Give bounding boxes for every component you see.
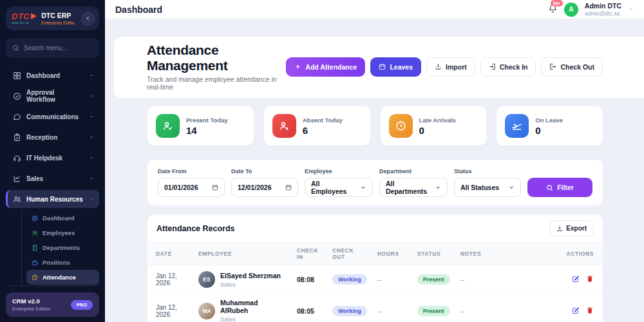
avatar[interactable]: A [564, 3, 578, 17]
sidebar-item-dashboard[interactable]: Dashboard [6, 66, 99, 84]
app-root: DTC www.dtc.sa DTC ERP Enterprise Editio… [0, 0, 644, 322]
date-from-label: Date From [158, 168, 225, 175]
import-label: Import [446, 63, 467, 71]
edit-button[interactable] [572, 275, 580, 283]
export-icon [556, 225, 563, 232]
sidebar-item-label: Communications [26, 113, 79, 120]
user-name: Admin DTC [585, 2, 621, 10]
sidebar-item-label: Reception [26, 134, 57, 141]
check-in-button[interactable]: Check In [480, 57, 536, 77]
grid-icon [13, 71, 21, 80]
stat-value: 0 [419, 125, 456, 136]
trash-icon [586, 275, 594, 283]
chat-icon [13, 113, 21, 121]
export-label: Export [566, 225, 587, 232]
sidebar-item-reception[interactable]: Reception [6, 128, 99, 146]
edit-button[interactable] [572, 307, 580, 314]
plane-icon [511, 120, 522, 131]
submenu-item-label: Positions [43, 259, 70, 266]
import-icon [435, 63, 442, 70]
status-select[interactable]: All Statuses [454, 178, 521, 197]
export-button[interactable]: Export [549, 220, 594, 236]
check-out-icon [549, 63, 556, 70]
stat-card-absent: Absent Today 6 [263, 106, 371, 146]
logo-card: DTC www.dtc.sa DTC ERP Enterprise Editio… [6, 6, 99, 30]
col-date: Date [147, 243, 193, 265]
calendar-icon [212, 184, 218, 191]
compass-icon [32, 215, 38, 222]
stat-value: 6 [303, 125, 343, 136]
department-select[interactable]: All Departments [379, 178, 448, 197]
user-email: admin@dtc.sa [585, 10, 621, 17]
check-in-icon [489, 63, 496, 70]
chart-line-icon [13, 175, 21, 183]
sidebar-item-approval-workflow[interactable]: Approval Workflow [6, 87, 99, 105]
submenu-item-departments[interactable]: Departments [26, 240, 99, 255]
person-check-icon [162, 120, 173, 131]
sidebar-item-label: Human Resources [26, 196, 83, 203]
sidebar-item-human-resources[interactable]: Human Resources [6, 190, 99, 208]
chevron-up-icon [89, 196, 94, 202]
edit-icon [572, 275, 580, 283]
cell-hours: – [372, 294, 412, 322]
sidebar-collapse-button[interactable] [81, 12, 95, 25]
sidebar-item-sales[interactable]: Sales [6, 169, 99, 187]
filter-label: Filter [557, 184, 574, 191]
main-area: Dashboard 99+ A Admin DTC admin@dtc.sa A… [105, 0, 644, 322]
chevron-left-icon [85, 15, 91, 22]
submenu-item-positions[interactable]: Positions [26, 255, 99, 270]
avatar: MA [198, 303, 215, 319]
submenu-item-attendance[interactable]: Attendance [26, 270, 99, 285]
table-row: Jan 12, 2026 ES ElSayed Sherzman Sales 0… [147, 265, 603, 294]
chevron-down-icon [89, 155, 94, 160]
chevron-down-icon[interactable] [628, 6, 634, 12]
submenu-item-employees[interactable]: Employees [26, 225, 99, 240]
hr-submenu: Dashboard Employees Departments Position… [21, 211, 99, 285]
check-out-label: Check Out [560, 63, 594, 71]
sidebar-item-communications[interactable]: Communications [6, 108, 99, 126]
department-label: Department [379, 168, 448, 175]
submenu-item-dashboard[interactable]: Dashboard [26, 211, 99, 225]
chevron-down-icon [435, 184, 441, 191]
stat-label: Absent Today [303, 117, 343, 124]
stat-card-on-leave: On Leave 0 [496, 106, 603, 146]
attendance-records-card: Attendance Records Export Date [147, 214, 603, 322]
department-value: All Departments [386, 180, 431, 195]
date-from-input[interactable]: 01/01/2026 [158, 178, 225, 197]
stat-value: 0 [535, 125, 563, 136]
briefcase-icon [32, 260, 38, 266]
sidebar-item-label: Approval Workflow [26, 89, 84, 103]
logo-arrow-icon [31, 13, 37, 19]
stat-label: Present Today [186, 117, 228, 124]
records-title: Attendance Records [156, 224, 235, 233]
sidebar-search[interactable] [6, 38, 99, 58]
add-attendance-button[interactable]: Add Attendance [286, 57, 365, 77]
employee-select[interactable]: All Employees [305, 178, 373, 197]
import-button[interactable]: Import [426, 57, 475, 77]
notifications-button[interactable]: 99+ [548, 4, 558, 15]
sidebar-item-label: IT Helpdesk [26, 155, 62, 162]
crm-version: CRM v2.0 [12, 298, 50, 305]
cell-check-in: 08:08 [292, 265, 327, 294]
sidebar-item-it-helpdesk[interactable]: IT Helpdesk [6, 149, 99, 167]
cell-notes: – [455, 294, 552, 322]
leaves-button[interactable]: Leaves [370, 57, 421, 77]
delete-button[interactable] [586, 275, 594, 283]
attendance-table: Date Employee Check In Check Out Hours S… [147, 242, 603, 322]
sidebar: DTC www.dtc.sa DTC ERP Enterprise Editio… [0, 0, 105, 322]
crm-edition: Enterprise Edition [12, 306, 50, 312]
check-in-label: Check In [500, 63, 528, 71]
filter-button[interactable]: Filter [527, 178, 592, 197]
page-title: Dashboard [115, 5, 162, 15]
calendar-icon [285, 184, 292, 191]
section-title: Attendance Management [147, 43, 286, 73]
filter-bar: Date From 01/01/2026 Date To 12/01/2026 [147, 159, 603, 206]
date-to-label: Date To [231, 168, 298, 175]
date-to-input[interactable]: 12/01/2026 [231, 178, 298, 197]
delete-button[interactable] [586, 307, 594, 314]
submenu-item-label: Dashboard [43, 214, 75, 222]
chevron-down-icon [89, 93, 94, 99]
check-out-button[interactable]: Check Out [541, 57, 603, 77]
search-input[interactable] [24, 44, 93, 52]
employee-name: ElSayed Sherzman [220, 272, 281, 279]
